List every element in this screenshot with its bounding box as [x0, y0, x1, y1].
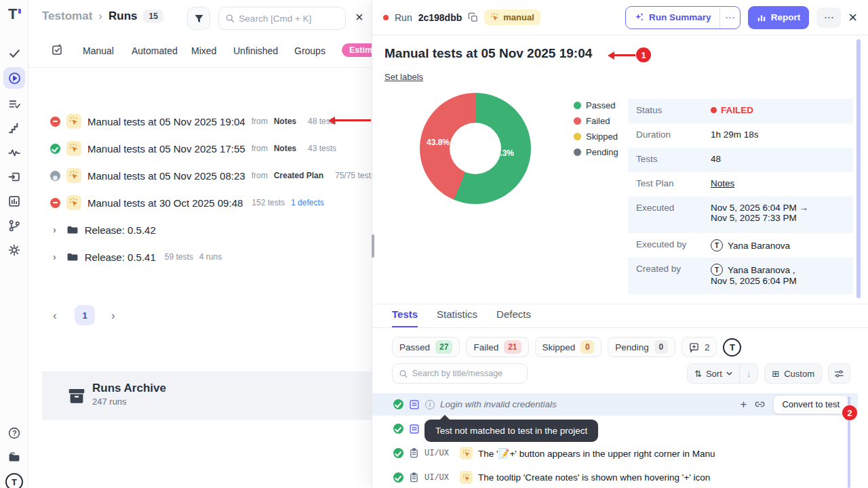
tab-defects[interactable]: Defects	[496, 308, 531, 328]
passed-status-icon	[393, 448, 403, 458]
run-row-3[interactable]: Manual tests at 05 Nov 2025 08:23 from C…	[50, 168, 375, 183]
help-icon[interactable]: ?	[8, 427, 20, 439]
manual-run-icon	[66, 114, 81, 129]
run-row-2[interactable]: Manual tests at 05 Nov 2025 17:55 from N…	[50, 141, 336, 156]
sort-button[interactable]: ⇅ Sort	[688, 364, 739, 383]
run-title: Manual tests at 05 Nov 2025 08:23	[87, 170, 245, 182]
archive-title: Runs Archive	[92, 382, 166, 395]
settings-icon[interactable]	[8, 244, 20, 256]
tab-manual[interactable]: Manual	[83, 45, 114, 56]
run-defects-link[interactable]: 1 defects	[291, 198, 324, 207]
tab-automated[interactable]: Automated	[132, 45, 178, 56]
info-row-executed: Executed Nov 5, 2025 6:04 PM →Nov 5, 202…	[628, 197, 853, 233]
manual-badge: manual	[484, 9, 540, 25]
left-panel-scrollbar[interactable]	[372, 235, 374, 258]
search-icon	[226, 14, 234, 23]
tabs-underline	[372, 327, 868, 328]
manual-test-icon	[460, 447, 473, 460]
chip-pending[interactable]: Pending0	[608, 337, 675, 357]
test-plan-link[interactable]: Notes	[711, 172, 734, 188]
funnel-icon	[194, 14, 204, 24]
display-settings-button[interactable]	[828, 363, 850, 384]
failed-status-icon	[50, 198, 60, 208]
skipped-dot	[574, 133, 581, 140]
folder-title: Release: 0.5.41	[85, 251, 156, 263]
run-title: Manual tests at 30 Oct 2025 09:48	[87, 197, 243, 209]
tests-search-input[interactable]	[412, 369, 520, 378]
run-from: from	[252, 144, 268, 153]
add-icon[interactable]: +	[741, 398, 747, 411]
chart-legend: Passed Failed Skipped Pending	[574, 100, 618, 157]
convert-to-test-button[interactable]: Convert to test	[773, 395, 848, 414]
copy-icon[interactable]	[468, 12, 478, 22]
user-avatar: T	[711, 239, 723, 251]
test-row-3[interactable]: UI/UX The '📝+' button appears in the upp…	[372, 442, 858, 464]
folder-icon	[66, 224, 79, 236]
test-row-1[interactable]: i Login with invalid credentials + Conve…	[372, 393, 858, 415]
global-search[interactable]	[218, 7, 346, 30]
more-actions-icon[interactable]: ⋯	[816, 7, 841, 28]
tab-mixed[interactable]: Mixed	[191, 45, 216, 56]
prev-page-icon[interactable]: ‹	[53, 309, 57, 323]
folder-row-1[interactable]: › Release: 0.5.42	[53, 224, 156, 236]
chip-failed[interactable]: Failed21	[466, 337, 528, 357]
tab-tests[interactable]: Tests	[392, 308, 418, 328]
custom-view-button[interactable]: ⊞ Custom	[764, 363, 822, 384]
user-avatar[interactable]: T	[5, 473, 23, 488]
manual-run-icon	[66, 195, 81, 210]
run-summary-more-icon[interactable]: ⋯	[719, 7, 740, 28]
run-summary-button[interactable]: Run Summary	[626, 7, 719, 28]
panel-scrollbar[interactable]	[856, 39, 861, 298]
pulse-icon[interactable]	[8, 146, 20, 159]
run-row-4[interactable]: Manual tests at 30 Oct 2025 09:48 152 te…	[50, 195, 324, 210]
arrow-down-icon: ↓	[747, 369, 751, 379]
sort-direction-button[interactable]: ↓	[739, 364, 758, 383]
page-1-button[interactable]: 1	[75, 305, 95, 325]
filter-button[interactable]	[187, 7, 210, 30]
testomat-logo-icon[interactable]: T	[8, 8, 20, 20]
steps-icon[interactable]	[8, 122, 20, 134]
tests-search[interactable]	[392, 363, 528, 384]
set-labels-link[interactable]: Set labels	[384, 72, 423, 82]
test-row-4[interactable]: UI/UX The tooltip 'Create notes' is show…	[372, 466, 858, 488]
expand-chevron-icon[interactable]: ›	[53, 251, 56, 262]
created-by-name: Yana Baranova ,	[728, 265, 795, 275]
tab-statistics[interactable]: Statistics	[437, 308, 477, 328]
tab-unfinished[interactable]: Unfinished	[233, 45, 278, 56]
breadcrumb-sep-icon: ›	[98, 9, 102, 23]
breadcrumb-project[interactable]: Testomat	[42, 9, 92, 23]
search-input[interactable]	[239, 14, 338, 24]
sort-arrows-icon: ⇅	[694, 369, 702, 379]
next-page-icon[interactable]: ›	[111, 309, 115, 323]
checklist-icon[interactable]	[8, 98, 20, 110]
chip-comments[interactable]: 2	[682, 337, 717, 357]
report-button[interactable]: Report	[748, 6, 810, 29]
test-tag: UI/UX	[425, 473, 454, 483]
header-actions: Run Summary ⋯ Report ⋯ ×	[625, 6, 857, 29]
select-runs-icon[interactable]	[52, 44, 63, 56]
run-detail-title: Manual tests at 05 Nov 2025 19:04	[384, 46, 592, 61]
import-icon[interactable]	[8, 171, 20, 183]
tab-groups[interactable]: Groups	[294, 45, 326, 56]
detail-tabs: Tests Statistics Defects	[392, 308, 531, 328]
expand-chevron-icon[interactable]: ›	[53, 224, 56, 235]
run-row-1[interactable]: Manual tests at 05 Nov 2025 19:04 from N…	[50, 114, 336, 129]
clear-search-icon[interactable]: ×	[355, 12, 363, 22]
projects-icon[interactable]	[8, 451, 20, 464]
annotation-arrow-title	[614, 54, 635, 56]
assignee-avatar[interactable]: T	[723, 338, 741, 357]
comment-count: 2	[705, 342, 710, 352]
link-icon[interactable]	[755, 399, 765, 409]
tasks-icon[interactable]	[8, 47, 20, 60]
folder-row-2[interactable]: › Release: 0.5.41 59 tests 4 runs	[53, 251, 222, 263]
chip-passed[interactable]: Passed27	[392, 337, 460, 357]
passed-count-badge: 27	[435, 340, 452, 354]
chip-skipped[interactable]: Skipped0	[535, 337, 602, 357]
runs-nav-active[interactable]	[3, 67, 25, 89]
failed-dot	[574, 117, 581, 125]
analytics-icon[interactable]	[8, 195, 20, 207]
close-panel-icon[interactable]: ×	[848, 12, 857, 23]
comment-plus-icon	[689, 342, 699, 352]
info-row-status: Status FAILED	[628, 99, 853, 123]
branch-icon[interactable]	[8, 220, 20, 232]
